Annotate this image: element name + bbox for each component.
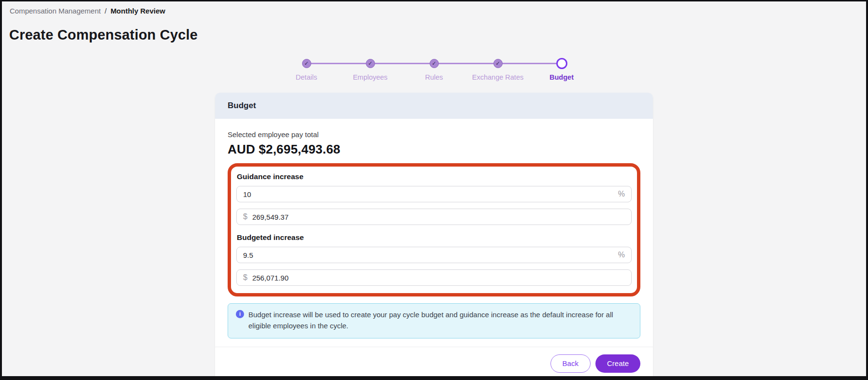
step-completed-circle: ✓	[366, 59, 375, 68]
step-label-exchange-rates: Exchange Rates	[472, 73, 523, 81]
percent-suffix-icon: %	[618, 190, 625, 198]
budget-card-header: Budget	[215, 93, 653, 119]
info-note-text: Budget increase will be used to create y…	[248, 309, 632, 332]
annotation-highlight-rectangle: Guidance increase % $ Budgeted increase …	[228, 163, 640, 296]
step-label-budget: Budget	[550, 73, 574, 81]
step-circle-wrap: ✓	[366, 57, 375, 69]
create-button[interactable]: Create	[595, 354, 640, 373]
budgeted-percent-input[interactable]	[243, 251, 613, 259]
dollar-prefix-icon: $	[243, 212, 247, 221]
budgeted-percent-field: %	[236, 247, 632, 263]
pay-total-label: Selected employee pay total	[228, 130, 640, 139]
stepper-step-rules[interactable]: ✓ Rules	[402, 57, 466, 81]
budget-card-body: Selected employee pay total AUD $2,695,4…	[215, 119, 653, 338]
step-current-circle	[556, 58, 567, 69]
budgeted-amount-field: $	[236, 269, 632, 286]
pay-total-value: AUD $2,695,493.68	[228, 142, 640, 157]
check-icon: ✓	[432, 61, 436, 66]
budgeted-amount-input[interactable]	[252, 274, 625, 282]
card-footer: Back Create	[215, 347, 653, 377]
check-icon: ✓	[368, 61, 372, 66]
step-completed-circle: ✓	[430, 59, 439, 68]
guidance-amount-field: $	[236, 209, 632, 225]
percent-suffix-icon: %	[618, 251, 625, 259]
guidance-percent-input[interactable]	[243, 190, 613, 198]
stepper-step-exchange-rates[interactable]: ✓ Exchange Rates	[466, 57, 530, 81]
step-completed-circle: ✓	[302, 59, 311, 68]
stepper: ✓ Details ✓ Employees ✓ Rules	[275, 57, 593, 81]
breadcrumb-separator: /	[104, 7, 106, 15]
stepper-step-employees[interactable]: ✓ Employees	[338, 57, 402, 81]
stepper-step-details[interactable]: ✓ Details	[275, 57, 338, 81]
back-button[interactable]: Back	[550, 354, 591, 373]
stepper-step-budget[interactable]: Budget	[530, 57, 593, 81]
step-circle-wrap: ✓	[302, 57, 311, 69]
step-label-rules: Rules	[425, 73, 443, 81]
breadcrumb: Compensation Management / Monthly Review	[2, 1, 866, 15]
check-icon: ✓	[495, 61, 500, 66]
breadcrumb-compensation-management[interactable]: Compensation Management	[10, 7, 101, 15]
page-title: Create Compensation Cycle	[9, 27, 866, 43]
info-note: i Budget increase will be used to create…	[228, 303, 640, 338]
step-circle-wrap	[556, 57, 567, 69]
check-icon: ✓	[304, 61, 308, 66]
budgeted-increase-label: Budgeted increase	[237, 233, 632, 242]
step-label-employees: Employees	[353, 73, 388, 81]
info-icon: i	[236, 310, 244, 318]
step-circle-wrap: ✓	[493, 57, 503, 69]
step-circle-wrap: ✓	[430, 57, 439, 69]
app-viewport: Compensation Management / Monthly Review…	[2, 1, 866, 376]
dollar-prefix-icon: $	[243, 273, 247, 282]
guidance-percent-field: %	[236, 186, 632, 202]
breadcrumb-monthly-review: Monthly Review	[111, 7, 165, 15]
guidance-increase-label: Guidance increase	[237, 172, 632, 181]
guidance-amount-input[interactable]	[252, 213, 625, 221]
step-label-details: Details	[296, 73, 317, 81]
budget-card: Budget Selected employee pay total AUD $…	[215, 93, 653, 376]
step-completed-circle: ✓	[493, 59, 503, 68]
